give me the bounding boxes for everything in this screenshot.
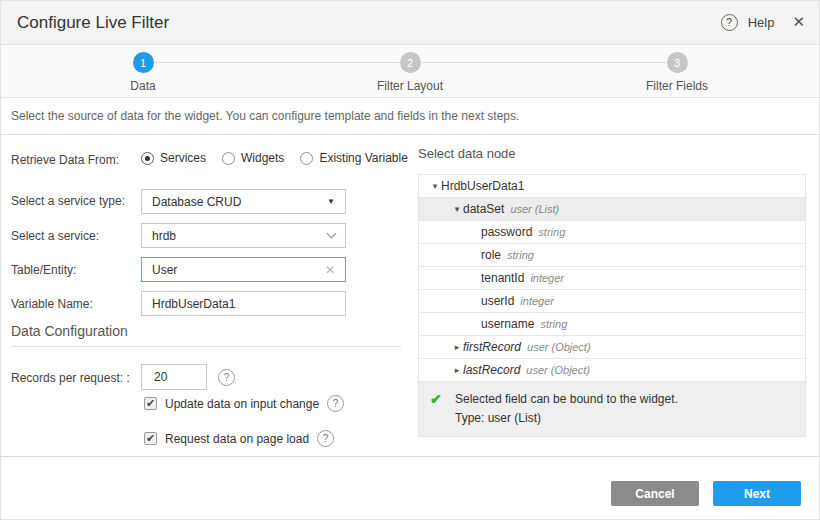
table-entity-label: Table/Entity: xyxy=(11,263,76,277)
table-entity-input[interactable]: User ✕ xyxy=(141,257,346,282)
tree-node-role[interactable]: role string xyxy=(419,244,805,267)
chevron-down-icon[interactable]: ▾ xyxy=(429,181,441,191)
step-label: Filter Fields xyxy=(617,79,737,93)
service-type-select[interactable]: Database CRUD ▼ xyxy=(141,189,346,214)
chevron-right-icon[interactable]: ▸ xyxy=(451,365,463,375)
update-data-checkbox[interactable]: ✔ xyxy=(144,397,157,410)
step-circle: 3 xyxy=(667,52,688,73)
tree-node-lastrecord[interactable]: ▸ lastRecord user (Object) xyxy=(419,359,805,382)
radio-icon xyxy=(141,152,154,165)
records-per-request-label: Records per request: : xyxy=(11,371,130,385)
binding-status-message: ✔ Selected field can be bound to the wid… xyxy=(419,382,805,437)
status-line1: Selected field can be bound to the widge… xyxy=(455,390,793,409)
description-text: Select the source of data for the widget… xyxy=(11,109,519,123)
section-divider xyxy=(11,346,401,347)
service-type-label: Select a service type: xyxy=(11,194,125,208)
chevron-right-icon[interactable]: ▸ xyxy=(451,342,463,352)
radio-services[interactable]: Services xyxy=(141,151,206,165)
variable-name-value: HrdbUserData1 xyxy=(152,297,335,311)
cancel-button[interactable]: Cancel xyxy=(611,481,699,506)
checkbox-label: Request data on page load xyxy=(165,432,309,446)
tree-node-tenantid[interactable]: tenantId integer xyxy=(419,267,805,290)
next-button[interactable]: Next xyxy=(713,481,801,506)
dialog-header: Configure Live Filter ? Help ✕ xyxy=(1,1,819,45)
description-bar: Select the source of data for the widget… xyxy=(1,99,819,135)
service-value: hrdb xyxy=(152,229,328,243)
data-configuration-heading: Data Configuration xyxy=(11,323,128,339)
chevron-down-icon xyxy=(327,229,337,239)
tree-node-hrdbuserdata1[interactable]: ▾ HrdbUserData1 xyxy=(419,175,805,198)
select-data-node-title: Select data node xyxy=(418,146,516,161)
update-data-checkbox-row: ✔ Update data on input change ? xyxy=(144,395,344,412)
footer-divider xyxy=(1,456,819,457)
close-icon[interactable]: ✕ xyxy=(792,13,805,31)
status-line2: Type: user (List) xyxy=(455,409,793,428)
dropdown-caret-icon: ▼ xyxy=(327,197,335,206)
step-circle: 1 xyxy=(133,52,154,73)
data-node-tree: ▾ HrdbUserData1 ▾ dataSet user (List) pa… xyxy=(418,174,806,437)
help-link[interactable]: Help xyxy=(748,15,775,30)
chevron-down-icon[interactable]: ▾ xyxy=(451,204,463,214)
service-label: Select a service: xyxy=(11,229,99,243)
tree-node-dataset[interactable]: ▾ dataSet user (List) xyxy=(419,198,805,221)
update-data-help-icon[interactable]: ? xyxy=(327,395,344,412)
records-per-request-value: 20 xyxy=(154,370,167,384)
configure-live-filter-dialog: Configure Live Filter ? Help ✕ 1 Data 2 … xyxy=(0,0,820,520)
wizard-stepper: 1 Data 2 Filter Layout 3 Filter Fields xyxy=(1,46,819,98)
radio-label: Existing Variable xyxy=(319,151,408,165)
help-icon[interactable]: ? xyxy=(721,14,738,31)
page-title: Configure Live Filter xyxy=(17,13,169,33)
checkbox-label: Update data on input change xyxy=(165,397,319,411)
request-data-help-icon[interactable]: ? xyxy=(317,430,334,447)
radio-existing-variable[interactable]: Existing Variable xyxy=(300,151,408,165)
table-entity-value: User xyxy=(152,263,325,277)
request-data-checkbox-row: ✔ Request data on page load ? xyxy=(144,430,334,447)
variable-name-input[interactable]: HrdbUserData1 xyxy=(141,291,346,316)
step-data[interactable]: 1 Data xyxy=(83,52,203,93)
check-icon: ✔ xyxy=(430,391,442,407)
step-filter-fields[interactable]: 3 Filter Fields xyxy=(617,52,737,93)
tree-node-username[interactable]: username string xyxy=(419,313,805,336)
clear-icon[interactable]: ✕ xyxy=(325,263,335,277)
step-label: Data xyxy=(83,79,203,93)
service-select[interactable]: hrdb xyxy=(141,223,346,248)
retrieve-source-radio-group: Services Widgets Existing Variable xyxy=(141,151,408,165)
radio-label: Services xyxy=(160,151,206,165)
radio-icon xyxy=(222,152,235,165)
tree-node-password[interactable]: password string xyxy=(419,221,805,244)
records-help-icon[interactable]: ? xyxy=(218,369,235,386)
service-type-value: Database CRUD xyxy=(152,195,327,209)
radio-widgets[interactable]: Widgets xyxy=(222,151,284,165)
step-filter-layout[interactable]: 2 Filter Layout xyxy=(350,52,470,93)
records-per-request-input[interactable]: 20 xyxy=(141,364,207,390)
radio-icon xyxy=(300,152,313,165)
step-circle: 2 xyxy=(400,52,421,73)
request-data-checkbox[interactable]: ✔ xyxy=(144,432,157,445)
variable-name-label: Variable Name: xyxy=(11,297,93,311)
step-label: Filter Layout xyxy=(350,79,470,93)
retrieve-data-from-label: Retrieve Data From: xyxy=(11,153,119,167)
radio-label: Widgets xyxy=(241,151,284,165)
tree-node-firstrecord[interactable]: ▸ firstRecord user (Object) xyxy=(419,336,805,359)
tree-node-userid[interactable]: userId integer xyxy=(419,290,805,313)
